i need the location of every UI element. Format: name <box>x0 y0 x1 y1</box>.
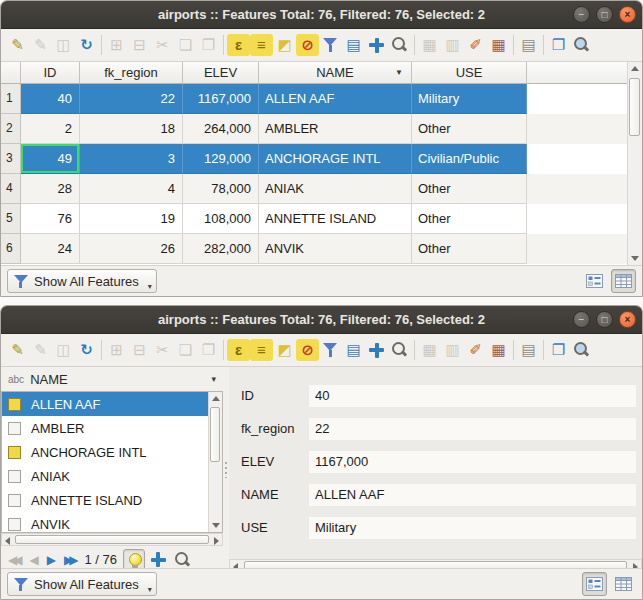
invert-selection-icon[interactable]: ◩ <box>273 339 296 361</box>
cell-name[interactable]: ANNETTE ISLAND <box>259 204 412 234</box>
next-feature-button[interactable]: ▶ <box>44 553 59 567</box>
filter-form-icon[interactable] <box>319 34 342 56</box>
show-all-features-button[interactable]: Show All Features ▾ <box>7 269 157 293</box>
reload-icon[interactable]: ↻ <box>75 339 98 361</box>
scroll-up-icon[interactable] <box>212 396 220 401</box>
table-row[interactable]: 4 28 4 78,000 ANIAK Other <box>1 174 642 204</box>
cell-elev[interactable]: 129,000 <box>183 144 259 174</box>
pan-to-selection-icon[interactable] <box>365 339 388 361</box>
column-header-fk-region[interactable]: fk_region <box>80 62 183 84</box>
table-view-toggle-button[interactable] <box>611 572 636 596</box>
field-calculator-icon[interactable]: ✐ <box>464 34 487 56</box>
delete-selected-icon[interactable]: ⊟ <box>128 339 151 361</box>
last-feature-button[interactable]: ▶▶ <box>61 553 80 567</box>
conditional-formatting-icon[interactable]: ▦ <box>487 34 510 56</box>
cell-use[interactable]: Civilian/Public <box>412 144 527 174</box>
table-row[interactable]: 2 2 18 264,000 AMBLER Other <box>1 114 642 144</box>
cut-features-icon[interactable]: ✂ <box>151 34 174 56</box>
cell-elev[interactable]: 78,000 <box>183 174 259 204</box>
select-by-expression-icon[interactable]: ε <box>227 34 250 56</box>
preview-field-selector[interactable]: abc NAME ▾ <box>1 367 223 391</box>
table-row[interactable]: 5 76 19 108,000 ANNETTE ISLAND Other <box>1 204 642 234</box>
field-value-use[interactable]: Military <box>309 517 636 539</box>
filter-form-icon[interactable] <box>319 339 342 361</box>
deselect-all-icon[interactable]: ⊘ <box>296 34 319 56</box>
cell-use[interactable]: Other <box>412 114 527 144</box>
add-feature-icon[interactable]: ⊞ <box>105 34 128 56</box>
row-number[interactable]: 6 <box>1 234 21 264</box>
invert-selection-icon[interactable]: ◩ <box>273 34 296 56</box>
cell-id[interactable]: 24 <box>21 234 80 264</box>
conditional-formatting-icon[interactable]: ▦ <box>487 339 510 361</box>
close-button[interactable]: × <box>619 311 636 328</box>
maximize-button[interactable]: □ <box>596 6 613 23</box>
column-header-id[interactable]: ID <box>21 62 80 84</box>
field-value-name[interactable]: ALLEN AAF <box>309 484 636 506</box>
search-widget-icon[interactable] <box>570 34 593 56</box>
paste-features-icon[interactable]: ❐ <box>197 339 220 361</box>
form-view-toggle-button[interactable] <box>582 269 607 293</box>
feature-list-item[interactable]: ANVIK <box>2 512 208 533</box>
cell-elev[interactable]: 264,000 <box>183 114 259 144</box>
feature-list-hscrollbar[interactable] <box>1 533 223 546</box>
save-edits-icon[interactable]: ◫ <box>52 34 75 56</box>
cell-fk-region[interactable]: 3 <box>80 144 183 174</box>
scroll-down-icon[interactable] <box>212 523 220 528</box>
search-widget-icon[interactable] <box>570 339 593 361</box>
scrollbar-thumb[interactable] <box>15 535 209 544</box>
previous-feature-button[interactable]: ◀ <box>26 553 41 567</box>
minimize-button[interactable]: − <box>573 311 590 328</box>
select-by-expression-icon[interactable]: ε <box>227 339 250 361</box>
field-calculator-icon[interactable]: ✐ <box>464 339 487 361</box>
minimize-button[interactable]: − <box>573 6 590 23</box>
save-edits-icon[interactable]: ◫ <box>52 339 75 361</box>
add-feature-icon[interactable]: ⊞ <box>105 339 128 361</box>
form-view-toggle-button[interactable] <box>582 572 607 596</box>
new-field-icon[interactable]: ▦ <box>418 339 441 361</box>
feature-list-item[interactable]: ANIAK <box>2 464 208 488</box>
cell-fk-region[interactable]: 26 <box>80 234 183 264</box>
field-value-elev[interactable]: 1167,000 <box>309 451 636 473</box>
dock-attribute-table-icon[interactable]: ❐ <box>547 339 570 361</box>
row-number[interactable]: 5 <box>1 204 21 234</box>
cell-elev[interactable]: 108,000 <box>183 204 259 234</box>
cell-name[interactable]: ANCHORAGE INTL <box>259 144 412 174</box>
cell-id[interactable]: 76 <box>21 204 80 234</box>
paste-features-icon[interactable]: ❐ <box>197 34 220 56</box>
cell-use[interactable]: Other <box>412 204 527 234</box>
row-number[interactable]: 4 <box>1 174 21 204</box>
table-row[interactable]: 3 49 3 129,000 ANCHORAGE INTL Civilian/P… <box>1 144 642 174</box>
column-header-name[interactable]: NAME ▼ <box>259 62 412 84</box>
select-all-icon[interactable]: ≡ <box>250 34 273 56</box>
row-number[interactable]: 3 <box>1 144 21 174</box>
scrollbar-thumb[interactable] <box>629 78 640 136</box>
show-all-features-button[interactable]: Show All Features ▾ <box>7 572 157 596</box>
pan-to-selection-icon[interactable] <box>365 34 388 56</box>
cell-name[interactable]: ANVIK <box>259 234 412 264</box>
scroll-left-icon[interactable] <box>5 537 10 545</box>
feature-list-item[interactable]: ANCHORAGE INTL <box>2 440 208 464</box>
titlebar[interactable]: airports :: Features Total: 76, Filtered… <box>1 306 642 334</box>
maximize-button[interactable]: □ <box>596 311 613 328</box>
column-header-elev[interactable]: ELEV <box>183 62 259 84</box>
field-value-fk-region[interactable]: 22 <box>309 418 636 440</box>
select-all-icon[interactable]: ≡ <box>250 339 273 361</box>
toggle-editing-icon[interactable]: ✎ <box>6 34 29 56</box>
copy-features-icon[interactable]: ❏ <box>174 34 197 56</box>
first-feature-button[interactable]: ◀◀ <box>5 553 24 567</box>
move-selection-to-top-icon[interactable]: ▤ <box>342 34 365 56</box>
feature-list-scrollbar[interactable] <box>208 392 222 532</box>
new-field-icon[interactable]: ▦ <box>418 34 441 56</box>
field-value-id[interactable]: 40 <box>309 385 636 407</box>
scroll-up-icon[interactable] <box>631 66 639 71</box>
cell-id[interactable]: 40 <box>21 84 80 114</box>
deselect-all-icon[interactable]: ⊘ <box>296 339 319 361</box>
table-view-toggle-button[interactable] <box>611 269 636 293</box>
table-corner-cell[interactable] <box>1 62 21 84</box>
cell-fk-region[interactable]: 4 <box>80 174 183 204</box>
scrollbar-thumb[interactable] <box>210 407 220 462</box>
multiedit-icon[interactable]: ✎ <box>29 34 52 56</box>
table-row[interactable]: 1 40 22 1167,000 ALLEN AAF Military <box>1 84 642 114</box>
cell-use[interactable]: Other <box>412 234 527 264</box>
cell-name[interactable]: AMBLER <box>259 114 412 144</box>
